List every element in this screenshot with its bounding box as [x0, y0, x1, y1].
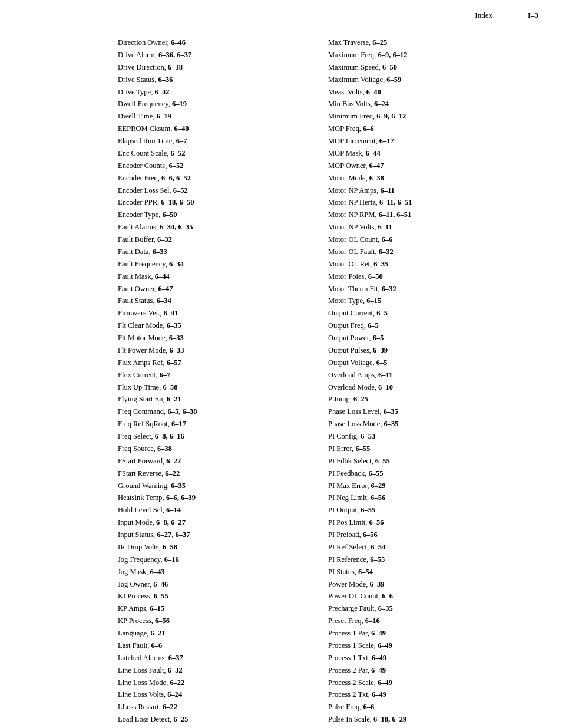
- list-item: Drive Alarm, 6–36, 6–37: [118, 50, 305, 61]
- list-item: Fault Status, 6–34: [118, 295, 305, 307]
- list-item: Preset Freq, 6–16: [328, 615, 515, 627]
- list-item: MOP Owner, 6–47: [328, 160, 515, 172]
- entry-label: Last Fault,: [118, 641, 151, 650]
- entry-pageref: 6–15: [366, 297, 381, 305]
- entry-label: Overload Mode,: [328, 383, 378, 391]
- entry-pageref: 6–25: [353, 395, 368, 403]
- page-header: Index I–3: [0, 0, 562, 25]
- entry-label: LLoss Restart,: [118, 703, 163, 711]
- entry-pageref: 6–58: [163, 383, 177, 391]
- list-item: Power Mode, 6–39: [328, 579, 515, 590]
- entry-pageref: 6–35: [167, 321, 181, 330]
- entry-label: Flux Up Time,: [118, 383, 163, 391]
- list-item: Flux Current, 6–7: [118, 370, 305, 381]
- entry-label: Drive Status,: [118, 75, 158, 84]
- entry-label: P Jump,: [328, 395, 353, 403]
- index-content: Direction Owner, 6–46Drive Alarm, 6–36, …: [0, 25, 562, 728]
- entry-label: Output Power,: [328, 334, 373, 342]
- entry-pageref: 6–6, 6–52: [161, 174, 191, 182]
- list-item: Flt Power Mode, 6–33: [118, 345, 305, 356]
- entry-pageref: 6–34: [157, 297, 171, 305]
- entry-pageref: 6–56: [369, 518, 384, 526]
- list-item: Maximum Freq, 6–9, 6–12: [328, 50, 515, 61]
- entry-label: Load Loss Detect,: [118, 715, 173, 723]
- list-item: KP Amps, 6–15: [118, 603, 305, 614]
- list-item: Motor NP Volts, 6–11: [328, 222, 515, 233]
- list-item: Language, 6–21: [118, 628, 305, 639]
- list-item: PI Max Error, 6–29: [328, 480, 515, 492]
- list-item: Motor Therm Flt, 6–32: [328, 284, 515, 295]
- list-item: Motor Mode, 6–38: [328, 173, 515, 184]
- entry-label: Firmware Ver.,: [118, 309, 164, 317]
- list-item: Fault Owner, 6–47: [118, 284, 305, 295]
- list-item: Phase Loss Mode, 6–35: [328, 419, 515, 430]
- entry-label: Fault Owner,: [118, 285, 158, 293]
- entry-label: Flt Power Mode,: [118, 346, 170, 354]
- list-item: Motor Poles, 6–50: [328, 271, 515, 282]
- list-item: Overload Mode, 6–10: [328, 382, 515, 393]
- entry-label: Preset Freq,: [328, 617, 365, 625]
- entry-label: Power Mode,: [328, 580, 369, 588]
- entry-pageref: 6–50: [368, 272, 383, 281]
- entry-pageref: 6–56: [363, 531, 378, 539]
- entry-pageref: 6–56: [371, 493, 385, 502]
- list-item: Process 1 Scale, 6–49: [328, 640, 515, 651]
- entry-pageref: 6–11: [380, 186, 394, 195]
- entry-pageref: 6–49: [372, 654, 386, 662]
- entry-label: PI Ref Select,: [328, 543, 371, 551]
- entry-pageref: 6–49: [372, 690, 386, 699]
- list-item: Line Loss Fault, 6–32: [118, 665, 305, 676]
- header-page-number: I–3: [528, 11, 538, 20]
- entry-label: Jog Frequency,: [118, 555, 164, 564]
- entry-label: PI Reference,: [328, 555, 370, 564]
- list-item: Fault Alarms, 6–34, 6–35: [118, 222, 305, 233]
- entry-label: Process 1 Scale,: [328, 641, 378, 650]
- entry-pageref: 6–5: [376, 309, 388, 317]
- list-item: Output Current, 6–5: [328, 308, 515, 319]
- entry-pageref: 6–40: [366, 88, 381, 96]
- list-item: Jog Frequency, 6–16: [118, 554, 305, 565]
- entry-label: FStart Reverse,: [118, 469, 165, 477]
- entry-label: Hold Level Sel,: [118, 506, 166, 514]
- list-item: Motor Type, 6–15: [328, 295, 515, 307]
- list-item: Dwell Time, 6–19: [118, 111, 305, 122]
- list-item: MOP Freq, 6–6: [328, 123, 515, 134]
- entry-pageref: 6–37: [168, 654, 183, 662]
- list-item: Encoder PPR, 6–18, 6–50: [118, 197, 305, 208]
- entry-pageref: 6–55: [370, 555, 385, 564]
- list-item: P Jump, 6–25: [328, 394, 515, 405]
- list-item: Output Pulses, 6–39: [328, 345, 515, 356]
- entry-pageref: 6–46: [171, 38, 186, 47]
- entry-pageref: 6–8, 6–16: [155, 432, 184, 440]
- entry-label: Line Loss Fault,: [118, 666, 168, 674]
- entry-label: Input Status,: [118, 531, 157, 539]
- entry-label: Flux Current,: [118, 371, 159, 379]
- entry-label: Fault Frequency,: [118, 260, 169, 268]
- entry-pageref: 6–47: [158, 285, 173, 293]
- entry-label: Flt Motor Mode,: [118, 334, 169, 342]
- entry-pageref: 6–54: [371, 543, 385, 551]
- entry-label: Drive Direction,: [118, 63, 168, 71]
- entry-label: Jog Mask,: [118, 568, 150, 576]
- list-item: Motor OL Ret, 6–35: [328, 259, 515, 270]
- entry-label: Overload Amps,: [328, 371, 378, 379]
- entry-pageref: 6–57: [167, 358, 181, 367]
- entry-label: Phase Loss Level,: [328, 407, 384, 416]
- list-item: Load Loss Detect, 6–25: [118, 714, 305, 725]
- entry-pageref: 6–22: [163, 703, 177, 711]
- list-item: Max Traverse, 6–25: [328, 37, 515, 48]
- entry-pageref: 6–55: [368, 469, 383, 477]
- list-item: Line Loss Mode, 6–22: [118, 677, 305, 689]
- entry-label: Flt Clear Mode,: [118, 321, 167, 330]
- list-item: PI Status, 6–54: [328, 566, 515, 578]
- entry-label: Jog Owner,: [118, 580, 153, 588]
- entry-pageref: 6–32: [157, 235, 172, 243]
- entry-pageref: 6–33: [153, 248, 167, 256]
- entry-label: KI Process,: [118, 592, 154, 600]
- list-item: Motor NP Hertz, 6–11, 6–51: [328, 197, 515, 208]
- entry-label: Freq Source,: [118, 444, 157, 453]
- list-item: PI Pos Limit, 6–56: [328, 517, 515, 528]
- entry-pageref: 6–22: [165, 469, 180, 477]
- entry-label: Motor OL Fault,: [328, 248, 379, 256]
- entry-pageref: 6–32: [168, 666, 183, 674]
